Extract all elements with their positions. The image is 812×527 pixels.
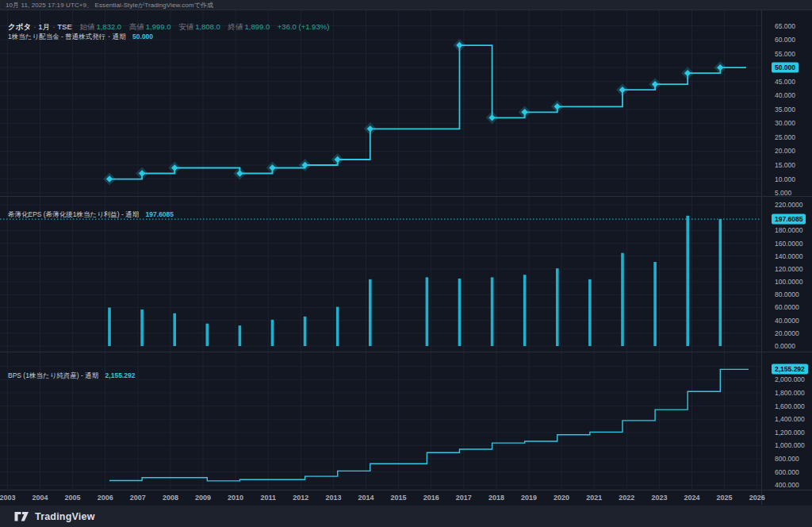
snapshot-header: 10月 11, 2025 17:19 UTC+9、 Essential-Styl… <box>0 0 812 10</box>
open-label: 始値 <box>79 22 94 31</box>
price-tick-label: 30.000 <box>775 119 795 127</box>
tradingview-logo-text[interactable]: TradingView <box>35 511 95 522</box>
time-tick-label: 2025 <box>717 494 733 502</box>
time-tick-label: 2015 <box>391 494 407 502</box>
eps-bar <box>239 325 242 346</box>
price-tick-label: 20.0000 <box>775 329 799 337</box>
time-tick-label: 2014 <box>358 494 373 502</box>
time-tick-label: 2005 <box>65 494 81 502</box>
symbol-legend[interactable]: クボタ·1月·TSE 始値1,832.0 高値1,999.0 安値1,808.0… <box>8 22 329 33</box>
high-label: 高値 <box>129 22 144 31</box>
time-tick-label: 2007 <box>130 494 146 502</box>
price-tick-label: 220.0000 <box>775 201 802 209</box>
last-value-badge: 50.000 <box>772 63 799 73</box>
time-tick-label: 2020 <box>553 494 569 502</box>
tradingview-logo-icon[interactable] <box>14 511 29 522</box>
snapshot-attribution: 10月 11, 2025 17:19 UTC+9、 Essential-Styl… <box>6 1 213 10</box>
eps-bar <box>719 219 722 346</box>
pane-legend-dividend[interactable]: 1株当たり配当金 - 普通株式発行・通期 50.000 <box>8 33 153 42</box>
time-tick-label: 2006 <box>98 494 113 502</box>
legend-separator: · <box>52 22 55 31</box>
chart-area[interactable]: クボタ·1月·TSE 始値1,832.0 高値1,999.0 安値1,808.0… <box>0 10 812 506</box>
time-tick-label: 2010 <box>228 494 243 502</box>
pane-legend-eps[interactable]: 希薄化EPS (希薄化後1株当たり利益) - 通期 197.6085 <box>8 210 174 220</box>
price-tick-label: 40.0000 <box>775 317 799 325</box>
eps-bar <box>426 277 429 346</box>
eps-bar <box>556 268 559 346</box>
price-tick-label: 1,200.000 <box>775 429 805 437</box>
chart-canvas[interactable] <box>0 10 812 506</box>
price-tick-label: 2,000.000 <box>775 375 805 383</box>
price-tick-label: 25.000 <box>775 133 795 141</box>
price-tick-label: 800.000 <box>775 455 799 463</box>
price-tick-label: 60.000 <box>775 36 795 44</box>
price-tick-label: 80.0000 <box>775 290 799 298</box>
price-tick-label: 1,400.000 <box>775 415 805 423</box>
pane-title-eps: 希薄化EPS (希薄化後1株当たり利益) - 通期 <box>8 210 139 218</box>
price-tick-label: 35.000 <box>775 106 795 113</box>
price-tick-label: 140.0000 <box>775 252 802 260</box>
time-tick-label: 2023 <box>651 494 667 502</box>
time-tick-label: 2008 <box>163 494 178 502</box>
price-tick-label: 160.0000 <box>775 240 802 248</box>
eps-bar <box>173 314 176 346</box>
eps-bar <box>271 320 274 346</box>
eps-bar <box>621 253 624 346</box>
time-tick-label: 2012 <box>293 494 308 502</box>
time-tick-label: 2016 <box>423 494 439 502</box>
price-tick-label: 20.000 <box>775 147 795 155</box>
price-change: +36.0 (+1.93%) <box>278 22 330 31</box>
time-tick-label: 2022 <box>619 494 634 502</box>
legend-separator: · <box>33 22 36 31</box>
last-value-badge: 2,155.292 <box>772 364 808 375</box>
eps-bar <box>108 308 111 347</box>
bps-step-line <box>109 369 749 481</box>
time-tick-label: 2004 <box>32 494 48 502</box>
time-tick-label: 2017 <box>456 494 472 502</box>
eps-bar <box>491 277 494 346</box>
price-tick-label: 10.000 <box>775 175 795 183</box>
eps-bar <box>336 307 339 346</box>
low-value: 1,808.0 <box>195 22 220 31</box>
high-value: 1,999.0 <box>146 22 171 31</box>
eps-bar <box>369 279 372 346</box>
dividend-step-line <box>109 45 746 179</box>
eps-bar <box>140 310 144 346</box>
time-tick-label: 2011 <box>260 494 276 502</box>
close-label: 終値 <box>228 22 243 31</box>
time-tick-label: 2026 <box>749 494 765 502</box>
close-value: 1,899.0 <box>244 22 270 31</box>
time-tick-label: 2003 <box>0 494 15 502</box>
price-tick-label: 45.000 <box>775 78 795 86</box>
eps-bar <box>686 216 689 346</box>
price-tick-label: 15.000 <box>775 161 795 169</box>
price-tick-label: 55.000 <box>775 50 795 58</box>
open-value: 1,832.0 <box>96 22 121 31</box>
symbol-name: クボタ <box>8 22 31 31</box>
pane-title-dividend: 1株当たり配当金 - 普通株式発行・通期 <box>8 33 126 40</box>
price-tick-label: 600.000 <box>775 468 799 476</box>
time-tick-label: 2013 <box>325 494 341 502</box>
pane-title-bps: BPS (1株当たり純資産) - 通期 <box>8 371 98 379</box>
price-tick-label: 120.0000 <box>775 265 802 273</box>
pane-value-bps: 2,155.292 <box>105 371 136 379</box>
eps-bar <box>206 324 209 346</box>
time-tick-label: 2018 <box>488 494 504 502</box>
price-tick-label: 65.000 <box>775 22 795 30</box>
eps-bar <box>304 317 307 346</box>
price-tick-label: 1,000.000 <box>775 441 805 449</box>
price-tick-label: 0.0000 <box>775 342 795 350</box>
pane-legend-bps[interactable]: BPS (1株当たり純資産) - 通期 2,155.292 <box>8 371 135 381</box>
time-tick-label: 2009 <box>195 494 211 502</box>
symbol-timeframe: 1月 <box>38 22 50 31</box>
last-value-badge: 197.6085 <box>772 214 806 225</box>
symbol-exchange: TSE <box>57 22 71 31</box>
time-tick-label: 2019 <box>521 494 537 502</box>
price-tick-label: 40.000 <box>775 91 795 99</box>
price-tick-label: 400.000 <box>775 481 799 489</box>
eps-bar <box>653 262 657 346</box>
price-tick-label: 100.0000 <box>775 278 802 286</box>
eps-bar <box>523 275 527 346</box>
low-label: 安値 <box>178 22 193 31</box>
price-tick-label: 60.0000 <box>775 303 799 311</box>
